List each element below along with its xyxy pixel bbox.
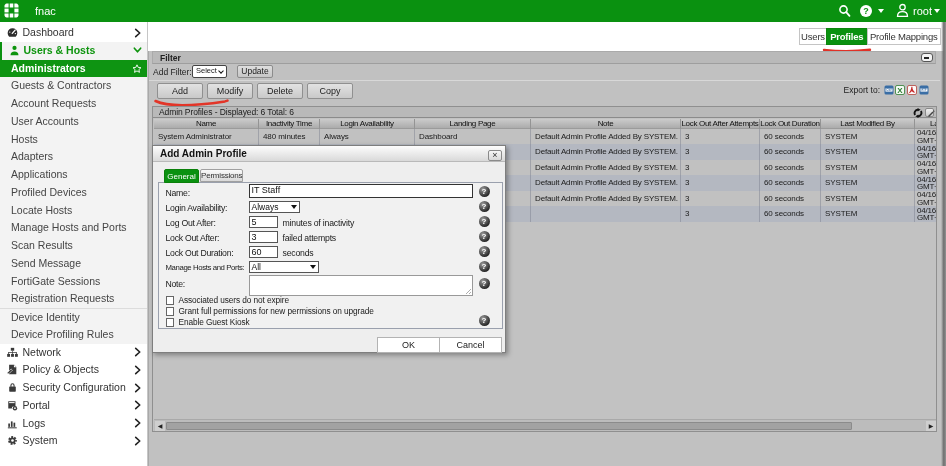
sidebar-item-adapters[interactable]: Adapters <box>0 148 147 166</box>
favorite-star-icon[interactable] <box>132 64 142 74</box>
sidebar-item-manage-hosts-and-ports[interactable]: Manage Hosts and Ports <box>0 219 147 237</box>
dialog-tab-permissions[interactable]: Permissions <box>200 169 243 182</box>
export-pdf-icon[interactable] <box>907 85 917 95</box>
table-horizontal-scrollbar[interactable]: ◀ ▶ <box>154 419 937 431</box>
help-icon[interactable]: ? <box>860 5 872 17</box>
column-header[interactable]: Name <box>154 119 259 129</box>
tab-profile-mappings[interactable]: Profile Mappings <box>867 28 942 45</box>
view-tabs: Users Profiles Profile Mappings <box>800 28 941 45</box>
modify-button[interactable]: Modify <box>207 83 253 99</box>
top-bar: fnac ? root <box>0 0 946 22</box>
sidebar-item-send-message[interactable]: Send Message <box>0 255 147 273</box>
update-button[interactable]: Update <box>237 65 273 78</box>
sidebar-item-user-accounts[interactable]: User Accounts <box>0 113 147 131</box>
page-scrollbar[interactable] <box>941 22 946 466</box>
sidebar-item-portal[interactable]: Portal <box>0 397 147 415</box>
filter-header: Filter <box>152 51 936 64</box>
scrollbar-thumb[interactable] <box>166 422 852 431</box>
chevron-right-icon <box>133 382 142 394</box>
column-header[interactable]: Login Availability <box>320 119 415 129</box>
sidebar-item-profiled-devices[interactable]: Profiled Devices <box>0 184 147 202</box>
name-field[interactable]: IT Staff <box>249 184 473 198</box>
table-cell: SYSTEM <box>821 144 915 160</box>
username-label[interactable]: root <box>913 0 932 22</box>
filter-select-dropdown[interactable]: Select <box>192 65 227 78</box>
copy-button[interactable]: Copy <box>307 83 353 99</box>
table-cell: 3 <box>681 160 760 176</box>
sidebar-item-system[interactable]: System <box>0 432 147 450</box>
export-rtf-icon[interactable]: RTF <box>919 85 929 95</box>
sidebar-item-applications[interactable]: Applications <box>0 166 147 184</box>
login-availability-select[interactable]: Always <box>249 201 300 213</box>
sidebar-item-guests-contractors[interactable]: Guests & Contractors <box>0 77 147 95</box>
search-icon[interactable] <box>838 4 851 18</box>
column-header[interactable]: La <box>915 119 937 129</box>
note-field[interactable] <box>249 275 473 296</box>
associated-users-checkbox[interactable] <box>166 296 175 305</box>
user-icon[interactable] <box>896 3 909 18</box>
enable-guest-kiosk-checkbox[interactable] <box>166 318 175 327</box>
column-header[interactable]: Landing Page <box>415 119 531 129</box>
table-cell-date: 04/16/GMT+0 <box>915 191 937 207</box>
sidebar-item-logs[interactable]: Logs <box>0 415 147 433</box>
chevron-right-icon <box>133 435 142 447</box>
help-kiosk-icon[interactable]: ? <box>479 315 490 326</box>
help-name-icon[interactable]: ? <box>479 186 490 197</box>
sidebar-item-device-identity[interactable]: Device Identity <box>0 308 147 326</box>
help-lockafter-icon[interactable]: ? <box>479 231 490 242</box>
refresh-icon[interactable] <box>913 108 923 118</box>
chevron-right-icon <box>133 399 142 411</box>
column-header[interactable]: Lock Out Duration <box>760 119 821 129</box>
ok-button[interactable]: OK <box>377 337 440 353</box>
table-title-bar: Admin Profiles - Displayed: 6 Total: 6 <box>153 107 936 118</box>
sidebar-item-scan-results[interactable]: Scan Results <box>0 237 147 255</box>
add-admin-profile-dialog: Add Admin Profile × General Permissions … <box>152 145 506 353</box>
help-manage-icon[interactable]: ? <box>479 261 490 272</box>
sidebar-item-users-hosts[interactable]: Users & Hosts <box>0 42 147 60</box>
scroll-left-arrow-icon[interactable]: ◀ <box>155 421 165 431</box>
manage-hosts-select[interactable]: All <box>249 261 319 273</box>
textarea-resize-handle-icon[interactable] <box>465 288 472 295</box>
cancel-button[interactable]: Cancel <box>439 337 502 353</box>
sidebar-item-locate-hosts[interactable]: Locate Hosts <box>0 202 147 220</box>
sidebar-item-dashboard[interactable]: Dashboard <box>0 24 147 42</box>
table-header-row: NameInactivity TimeLogin AvailabilityLan… <box>154 119 937 129</box>
dialog-tab-general[interactable]: General <box>164 169 199 183</box>
tab-profiles[interactable]: Profiles <box>826 28 868 45</box>
sidebar-item-account-requests[interactable]: Account Requests <box>0 95 147 113</box>
column-header[interactable]: Lock Out After Attempts <box>681 119 760 129</box>
help-caret-icon[interactable] <box>878 9 884 13</box>
sidebar-item-policy-objects[interactable]: Policy & Objects <box>0 361 147 379</box>
column-header[interactable]: Note <box>531 119 681 129</box>
dialog-close-button[interactable]: × <box>488 150 502 161</box>
sidebar-item-registration-requests[interactable]: Registration Requests <box>0 290 147 308</box>
help-lockdur-icon[interactable]: ? <box>479 246 490 257</box>
lock-out-after-field[interactable]: 3 <box>249 231 278 243</box>
help-note-icon[interactable]: ? <box>479 278 490 289</box>
grant-full-permissions-checkbox[interactable] <box>166 307 175 316</box>
export-csv-icon[interactable]: CSV <box>884 85 894 95</box>
help-logout-icon[interactable]: ? <box>479 216 490 227</box>
sidebar-item-network[interactable]: Network <box>0 344 147 362</box>
tab-users[interactable]: Users <box>799 28 827 45</box>
sidebar-item-hosts[interactable]: Hosts <box>0 131 147 149</box>
export-excel-icon[interactable]: X <box>895 85 905 95</box>
sidebar-item-administrators[interactable]: Administrators <box>0 60 147 78</box>
sidebar-item-fortigate-sessions[interactable]: FortiGate Sessions <box>0 273 147 291</box>
table-cell <box>531 206 681 222</box>
log-out-after-field[interactable]: 5 <box>249 216 278 228</box>
sidebar-item-security-configuration[interactable]: Security Configuration <box>0 379 147 397</box>
user-menu-caret-icon[interactable] <box>934 9 940 13</box>
scroll-right-arrow-icon[interactable]: ▶ <box>926 421 936 431</box>
column-header[interactable]: Last Modified By <box>821 119 915 129</box>
table-row[interactable]: System Administrator480 minutesAlwaysDas… <box>154 129 937 145</box>
help-login-icon[interactable]: ? <box>479 201 490 212</box>
collapse-filter-button[interactable] <box>921 53 933 62</box>
table-settings-icon[interactable] <box>925 108 934 117</box>
sidebar-item-device-profiling-rules[interactable]: Device Profiling Rules <box>0 326 147 344</box>
add-button[interactable]: Add <box>157 83 203 99</box>
column-header[interactable]: Inactivity Time <box>259 119 320 129</box>
lock-out-duration-field[interactable]: 60 <box>249 246 278 258</box>
table-cell: SYSTEM <box>821 129 915 145</box>
delete-button[interactable]: Delete <box>257 83 303 99</box>
